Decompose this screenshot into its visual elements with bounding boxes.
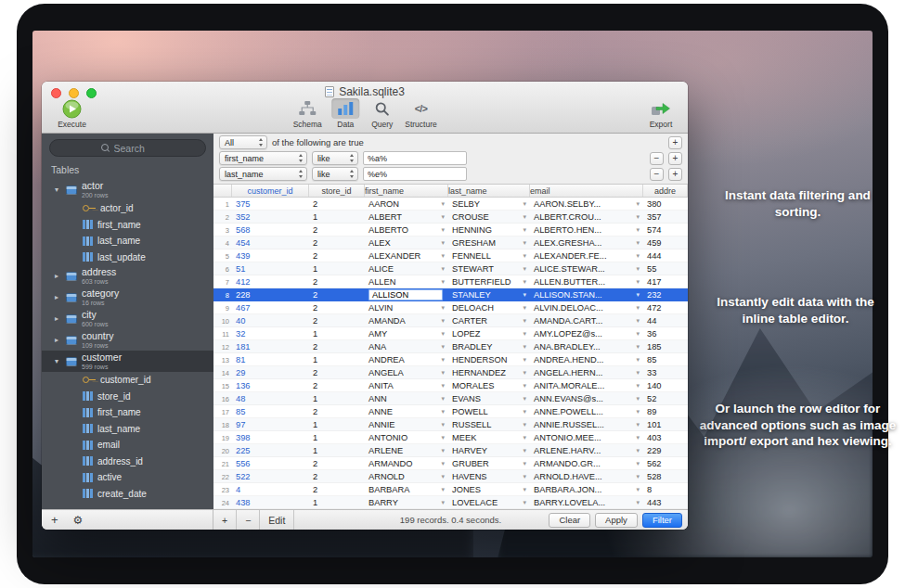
address-id-cell[interactable]: 459 — [643, 236, 688, 249]
sidebar-column-actor_id[interactable]: actor_id — [42, 200, 213, 217]
column-header-addre[interactable]: addre — [643, 185, 688, 197]
last-name-cell[interactable]: HAVENS▾ — [448, 470, 530, 483]
address-id-cell[interactable]: 574 — [643, 224, 688, 236]
first-name-cell[interactable]: ALEXANDER▾ — [365, 249, 448, 262]
first-name-cell[interactable]: AMY▾ — [365, 327, 448, 340]
cell-dropdown-icon[interactable]: ▾ — [441, 421, 445, 428]
customer-id-cell[interactable]: 4 — [232, 483, 309, 496]
table-row[interactable]: 202251ARLENE▾HARVEY▾ARLENE.HARV...▾229 — [213, 444, 688, 457]
cell-dropdown-icon[interactable]: ▾ — [441, 252, 445, 260]
customer-id-cell[interactable]: 228 — [232, 288, 309, 301]
address-id-cell[interactable]: 417 — [643, 275, 688, 288]
store-id-cell[interactable]: 2 — [309, 301, 365, 314]
store-id-cell[interactable]: 2 — [309, 470, 365, 483]
email-cell[interactable]: ALEX.GRESHA...▾ — [530, 236, 643, 249]
customer-id-cell[interactable]: 522 — [232, 470, 309, 483]
customer-id-cell[interactable]: 81 — [232, 353, 309, 366]
first-name-cell[interactable]: ALEX▾ — [365, 236, 448, 249]
filter-button[interactable]: Filter — [642, 513, 682, 528]
table-row[interactable]: 44542ALEX▾GRESHAM▾ALEX.GRESHA...▾459 — [213, 236, 688, 249]
table-row[interactable]: 244381BARRY▾LOVELACE▾BARRY.LOVELA...▾443 — [213, 496, 688, 509]
cell-dropdown-icon[interactable]: ▾ — [523, 278, 526, 286]
sidebar-column-active[interactable]: active — [42, 469, 213, 486]
cell-dropdown-icon[interactable]: ▾ — [523, 265, 526, 273]
store-id-cell[interactable]: 2 — [309, 314, 365, 327]
address-id-cell[interactable]: 528 — [643, 470, 688, 483]
table-row[interactable]: 225222ARNOLD▾HAVENS▾ARNOLD.HAVE...▾528 — [213, 470, 688, 483]
cell-dropdown-icon[interactable]: ▾ — [441, 499, 445, 506]
last-name-cell[interactable]: HENNING▾ — [448, 224, 530, 236]
first-name-cell[interactable]: ANTONIO▾ — [365, 431, 448, 444]
store-id-cell[interactable]: 2 — [309, 198, 365, 211]
address-id-cell[interactable]: 55 — [643, 262, 688, 275]
first-name-cell[interactable]: AMANDA▾ — [365, 314, 448, 327]
address-id-cell[interactable]: 443 — [643, 496, 688, 509]
filter-value-input[interactable] — [363, 151, 467, 165]
email-cell[interactable]: ANA.BRADLEY...▾ — [530, 340, 643, 353]
last-name-cell[interactable]: EVANS▾ — [448, 392, 530, 405]
address-id-cell[interactable]: 140 — [643, 379, 688, 392]
cell-dropdown-icon[interactable]: ▾ — [441, 226, 445, 234]
table-row[interactable]: 54392ALEXANDER▾FENNELL▾ALEXANDER.FE...▾4… — [213, 249, 688, 262]
table-row[interactable]: 193981ANTONIO▾MEEK▾ANTONIO.MEE...▾403 — [213, 431, 688, 444]
table-row[interactable]: 16481ANN▾EVANS▾ANN.EVANS@s...▾52 — [213, 392, 688, 405]
customer-id-cell[interactable]: 398 — [232, 431, 309, 444]
inline-edit-field[interactable]: ALLISON — [368, 289, 443, 300]
last-name-cell[interactable]: STANLEY▾ — [448, 288, 530, 301]
address-id-cell[interactable]: 444 — [643, 249, 688, 262]
cell-dropdown-icon[interactable]: ▾ — [636, 447, 640, 454]
last-name-cell[interactable]: JONES▾ — [448, 483, 530, 496]
chevron-right-icon[interactable]: ▸ — [55, 336, 66, 344]
cell-dropdown-icon[interactable]: ▾ — [523, 382, 526, 390]
first-name-cell[interactable]: ALLEN▾ — [365, 275, 448, 288]
table-row[interactable]: 23521ALBERT▾CROUSE▾ALBERT.CROU...▾357 — [213, 211, 688, 224]
sidebar-column-first_name[interactable]: first_name — [42, 404, 213, 421]
email-cell[interactable]: ARNOLD.HAVE...▾ — [530, 470, 643, 483]
cell-dropdown-icon[interactable]: ▾ — [441, 460, 445, 467]
email-cell[interactable]: ARMANDO.GR...▾ — [530, 457, 643, 470]
cell-dropdown-icon[interactable]: ▾ — [441, 343, 445, 351]
cell-dropdown-icon[interactable]: ▾ — [441, 408, 445, 415]
store-id-cell[interactable]: 1 — [309, 444, 365, 457]
table-row[interactable]: 6511ALICE▾STEWART▾ALICE.STEWAR...▾55 — [213, 262, 688, 275]
cell-dropdown-icon[interactable]: ▾ — [636, 395, 640, 403]
cell-dropdown-icon[interactable]: ▾ — [441, 447, 445, 454]
email-cell[interactable]: ALBERTO.HEN...▾ — [530, 224, 643, 236]
sidebar-column-customer_id[interactable]: customer_id — [42, 372, 213, 389]
column-header-store_id[interactable]: store_id — [309, 185, 365, 197]
store-id-cell[interactable]: 1 — [309, 211, 365, 224]
cell-dropdown-icon[interactable]: ▾ — [523, 486, 526, 493]
chevron-right-icon[interactable]: ▸ — [55, 293, 66, 301]
email-cell[interactable]: ALICE.STEWAR...▾ — [530, 262, 643, 275]
cell-dropdown-icon[interactable]: ▾ — [523, 291, 526, 299]
cell-dropdown-icon[interactable]: ▾ — [523, 460, 526, 467]
structure-button[interactable]: </> Structure — [401, 98, 441, 129]
cell-dropdown-icon[interactable]: ▾ — [636, 291, 640, 299]
store-id-cell[interactable]: 2 — [309, 275, 365, 288]
store-id-cell[interactable]: 2 — [309, 405, 365, 418]
store-id-cell[interactable]: 1 — [309, 431, 365, 444]
email-cell[interactable]: ALVIN.DELOAC...▾ — [530, 301, 643, 314]
table-row[interactable]: 14292ANGELA▾HERNANDEZ▾ANGELA.HERN...▾33 — [213, 366, 688, 379]
email-cell[interactable]: ANNIE.RUSSEL...▾ — [530, 418, 643, 431]
cell-dropdown-icon[interactable]: ▾ — [523, 408, 526, 415]
cell-dropdown-icon[interactable]: ▾ — [441, 304, 445, 312]
customer-id-cell[interactable]: 438 — [232, 496, 309, 509]
last-name-cell[interactable]: RUSSELL▾ — [448, 418, 530, 431]
filter-operator-select[interactable]: like — [312, 167, 358, 181]
column-header-last_name[interactable]: last_name — [448, 185, 530, 197]
cell-dropdown-icon[interactable]: ▾ — [523, 304, 526, 312]
apply-button[interactable]: Apply — [595, 513, 638, 528]
address-id-cell[interactable]: 380 — [643, 198, 688, 211]
cell-dropdown-icon[interactable]: ▾ — [441, 265, 445, 273]
store-id-cell[interactable]: 2 — [309, 366, 365, 379]
cell-dropdown-icon[interactable]: ▾ — [636, 343, 640, 351]
cell-dropdown-icon[interactable]: ▾ — [523, 421, 526, 428]
table-row[interactable]: 94672ALVIN▾DELOACH▾ALVIN.DELOAC...▾472 — [213, 301, 688, 314]
sidebar-column-first_name[interactable]: first_name — [42, 217, 213, 234]
cell-dropdown-icon[interactable]: ▾ — [636, 434, 640, 441]
last-name-cell[interactable]: SELBY▾ — [448, 198, 530, 211]
sidebar-column-last_name[interactable]: last_name — [42, 421, 213, 438]
first-name-cell[interactable]: AARON▾ — [365, 198, 448, 211]
customer-id-cell[interactable]: 48 — [232, 392, 309, 405]
